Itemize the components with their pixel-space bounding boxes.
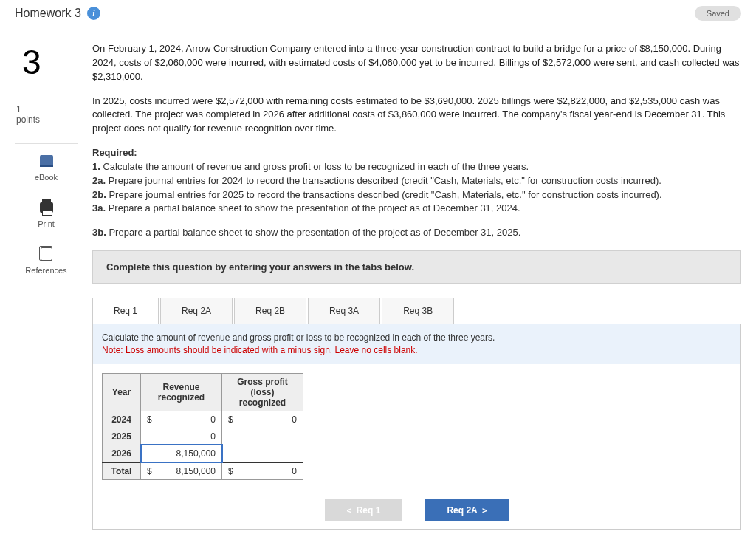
info-icon[interactable]: i [87,7,100,20]
col-year: Year [103,373,141,411]
col-revenue: Revenue recognized [141,373,222,411]
left-sidebar: 3 1 points eBook Print References [15,42,78,530]
required-heading: Required: [92,146,741,160]
print-icon [38,199,55,216]
references-icon [38,246,55,262]
ebook-label: eBook [35,173,58,182]
saved-indicator: Saved [695,6,741,21]
ebook-icon [38,153,55,169]
chevron-right-icon: > [482,506,487,515]
table-row: 2026 8,150,000 [103,445,303,462]
panel-description: Calculate the amount of revenue and gros… [93,324,740,364]
revenue-input-2024[interactable]: $0 [141,411,222,428]
tab-req-2a[interactable]: Req 2A [160,298,233,324]
instruction-bar: Complete this question by entering your … [92,250,741,284]
gp-input-2026[interactable] [222,445,303,462]
revenue-input-2026[interactable]: 8,150,000 [141,445,222,462]
answer-table: Year Revenue recognized Gross profit (lo… [102,373,303,480]
tab-panel: Calculate the amount of revenue and gros… [92,324,741,530]
table-row: 2024 $0 $0 [103,411,303,428]
tabs-row: Req 1 Req 2A Req 2B Req 3A Req 3B [92,297,741,324]
assignment-title: Homework 3 [15,7,81,20]
panel-note: Note: Loss amounts should be indicated w… [102,345,418,355]
panel-desc-text: Calculate the amount of revenue and gros… [102,332,495,343]
requirement-1: 1. Calculate the amount of revenue and g… [92,160,741,174]
total-label: Total [103,462,141,480]
points-block: 1 points [15,104,78,125]
nav-buttons: < Req 1 Req 2A > [93,489,740,529]
question-content: On February 1, 2024, Arrow Construction … [92,42,749,530]
question-paragraph-1: On February 1, 2024, Arrow Construction … [92,42,741,84]
year-cell: 2025 [103,428,141,445]
print-label: Print [38,219,55,228]
top-bar: Homework 3 i Saved [0,0,756,27]
question-number: 3 [15,42,78,82]
table-total-row: Total $8,150,000 $0 [103,462,303,480]
points-value: 1 [16,104,78,114]
references-button[interactable]: References [15,237,78,284]
requirement-2b: 2b. Prepare journal entries for 2025 to … [92,188,741,202]
question-paragraph-2: In 2025, costs incurred were $2,572,000 … [92,95,741,137]
gp-input-2024[interactable]: $0 [222,411,303,428]
prev-req-button[interactable]: < Req 1 [325,499,403,521]
tab-req-1[interactable]: Req 1 [92,298,159,324]
requirement-3a: 3a. Prepare a partial balance sheet to s… [92,202,741,216]
chevron-left-icon: < [347,506,351,515]
ebook-button[interactable]: eBook [15,144,78,191]
col-gross-profit: Gross profit (loss) recognized [222,373,303,411]
required-block: Required: 1. Calculate the amount of rev… [92,146,741,240]
next-req-button[interactable]: Req 2A > [425,499,509,521]
revenue-total: $8,150,000 [141,462,222,480]
requirement-2a: 2a. Prepare journal entries for 2024 to … [92,174,741,188]
requirement-3b: 3b. Prepare a partial balance sheet to s… [92,226,741,240]
revenue-input-2025[interactable]: 0 [141,428,222,445]
year-cell: 2024 [103,411,141,428]
references-label: References [25,266,66,275]
tab-req-3b[interactable]: Req 3B [382,298,454,324]
tab-req-3a[interactable]: Req 3A [308,298,380,324]
gp-input-2025[interactable] [222,428,303,445]
points-label: points [16,114,40,125]
print-button[interactable]: Print [15,191,78,237]
table-row: 2025 0 [103,428,303,445]
tab-req-2b[interactable]: Req 2B [234,298,306,324]
year-cell: 2026 [103,445,141,462]
gp-total: $0 [222,462,303,480]
